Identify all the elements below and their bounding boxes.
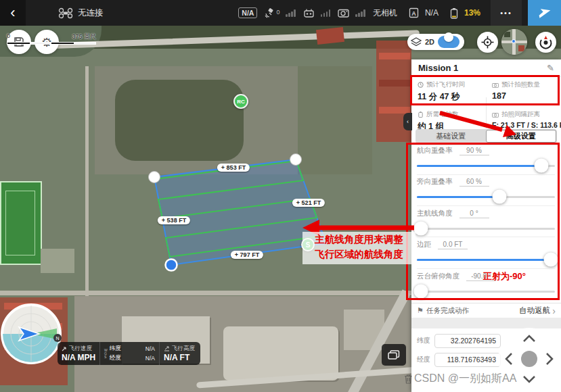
slider-value[interactable]: 0 ° [459, 210, 489, 218]
svg-text:A: A [411, 10, 416, 17]
telemetry-speed: 飞行速度 N/A MPH [58, 342, 99, 365]
slider-knob[interactable] [493, 190, 507, 204]
slider-track[interactable] [417, 228, 555, 230]
row-divider [417, 268, 555, 269]
map-terrain [115, 80, 244, 161]
latitude-input[interactable] [434, 334, 501, 348]
slider-value[interactable]: 90 % [459, 147, 489, 155]
slider-label: 云台俯仰角度 [417, 272, 459, 281]
tab-advanced-settings[interactable]: 高级设置 [486, 130, 557, 143]
route-start-marker: S [301, 238, 315, 251]
layers-stack-icon [388, 350, 400, 360]
map-terrain [0, 291, 413, 295]
settings-tabs: 基础设置 高级设置 [416, 129, 557, 143]
flight-route-lines [155, 161, 323, 257]
edge-length-chip-top[interactable]: + 853 FT [217, 164, 250, 172]
flight-area-polygon[interactable] [154, 160, 326, 265]
minimap-trees [504, 32, 510, 37]
camera-signal-bars [355, 9, 365, 17]
map-terrain [223, 326, 338, 381]
map-terrain [5, 191, 35, 255]
slider-knob[interactable] [414, 285, 428, 299]
latitude-label: 纬度 [417, 336, 434, 345]
rc-signal-bars [321, 9, 331, 17]
slider-row-front-overlap: 航向重叠率90 % [417, 145, 555, 174]
remote-controller-icon [303, 8, 315, 18]
camera-icon [492, 82, 499, 88]
slider-value[interactable]: -90.0 ° [466, 272, 496, 281]
top-status-bar: ‹ 无连接 N/A 0 无相机 A N/A 13% ••• [0, 0, 561, 26]
drone-icon [58, 7, 73, 19]
dpad-center-button[interactable] [521, 351, 537, 367]
finish-action-value: 自动返航 [519, 305, 550, 316]
camera-icon [338, 9, 349, 18]
mission-title: Mission 1 [418, 63, 458, 73]
slider-row-margin: 边距0.0 FT [417, 239, 555, 268]
area-corner-handle-selected[interactable] [166, 260, 177, 271]
speed-arrow-icon [62, 346, 67, 351]
slider-knob[interactable] [534, 159, 548, 173]
slider-track[interactable] [417, 291, 555, 293]
stat-flight-time: 预计飞行时间 11 分 47 秒 [411, 77, 486, 105]
takeoff-airplane-icon [537, 6, 552, 20]
checklist-icon: A [409, 7, 419, 18]
finish-action-label: 任务完成动作 [426, 306, 469, 316]
more-menu-button[interactable]: ••• [491, 0, 522, 26]
back-button[interactable]: ‹ [0, 0, 26, 26]
altitude-icon [164, 346, 170, 351]
finish-action-row[interactable]: ⚑ 任务完成动作 自动返航 › [411, 303, 561, 318]
takeoff-button[interactable] [528, 0, 561, 26]
row-divider [417, 174, 555, 175]
gps-count: 0 [276, 9, 279, 16]
slider-value[interactable]: 0.0 FT [438, 241, 468, 249]
row-divider [417, 237, 555, 237]
connection-status-label: 无连接 [78, 7, 104, 19]
slider-knob[interactable] [414, 222, 428, 236]
longitude-input[interactable] [434, 353, 501, 367]
north-indicator: N [55, 336, 59, 341]
battery-icon [418, 112, 424, 118]
tab-basic-settings[interactable]: 基础设置 [416, 130, 486, 143]
locate-me-button[interactable] [477, 32, 498, 53]
slider-row-side-overlap: 旁向重叠率60 % [417, 176, 555, 205]
slider-value[interactable]: 60 % [459, 178, 489, 187]
telemetry-coords: WGS 纬度N/A 经度N/A [99, 342, 159, 365]
map-mode-pill: 2D [407, 34, 464, 50]
edge-length-chip-bottom[interactable]: + 797 FT [231, 251, 263, 259]
slider-label: 旁向重叠率 [417, 177, 453, 187]
slider-track[interactable] [417, 196, 555, 198]
stat-photo-count: 预计拍照数量 187 [486, 77, 561, 105]
scale-start-label: 0 [7, 32, 10, 41]
nudge-dpad [497, 327, 561, 392]
slider-knob[interactable] [543, 253, 558, 267]
slider-label: 航向重叠率 [417, 146, 453, 155]
view-mode-label: 2D [425, 38, 434, 46]
edge-length-chip-right[interactable]: + 521 FT [292, 199, 325, 207]
slider-track[interactable] [417, 259, 555, 261]
slider-track[interactable] [417, 165, 555, 167]
compass-icon [539, 35, 553, 49]
map-terrain [379, 80, 410, 87]
row-divider [417, 205, 555, 206]
attitude-compass: N [0, 303, 64, 369]
telemetry-altitude: 飞行高度 N/A FT [159, 342, 200, 365]
map-layers-button[interactable] [382, 344, 406, 366]
flag-icon: ⚑ [417, 306, 424, 315]
map-terrain [316, 27, 344, 45]
map-terrain [41, 249, 74, 273]
edit-mission-icon[interactable]: ✎ [547, 63, 554, 73]
connection-status: 无连接 [58, 7, 104, 19]
panel-collapse-tab[interactable]: ‹ [403, 113, 412, 130]
slider-row-route-angle: 主航线角度0 ° [417, 207, 555, 237]
slider-label: 边距 [417, 240, 431, 249]
crosshair-icon [481, 36, 494, 49]
map-terrain [379, 53, 410, 59]
map-2d-toggle[interactable] [438, 36, 459, 48]
minimap-thumbnail[interactable] [501, 29, 527, 55]
edge-length-chip-left[interactable]: + 538 FT [158, 216, 190, 224]
compass-reset-button[interactable] [535, 32, 556, 53]
rc-location-marker: RC [233, 94, 248, 109]
map-terrain [85, 66, 89, 296]
flight-mode-badge: N/A [238, 7, 257, 18]
checklist-value: N/A [425, 8, 439, 18]
